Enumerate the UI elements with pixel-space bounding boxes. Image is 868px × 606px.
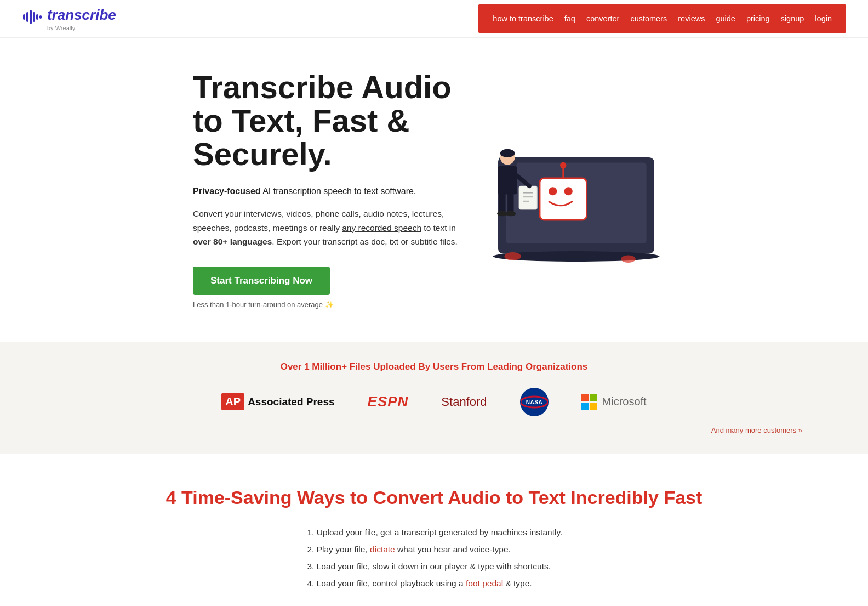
svg-rect-22 <box>499 193 505 214</box>
list-item: Play your file, dictate what you hear an… <box>317 541 563 558</box>
svg-rect-3 <box>33 12 35 22</box>
nav-faq[interactable]: faq <box>564 14 575 23</box>
hero-illustration <box>467 105 675 274</box>
dictate-link[interactable]: dictate <box>370 545 395 554</box>
hero-subtitle-bold: Privacy-focused <box>193 186 261 196</box>
hero-subtitle-rest: AI transcription speech to text software… <box>261 186 416 196</box>
way-3-text: Load your file, slow it down in our play… <box>317 562 551 571</box>
microsoft-text: Microsoft <box>602 395 647 408</box>
svg-rect-1 <box>26 12 28 22</box>
site-logo[interactable]: transcribe by Wreally <box>22 7 116 31</box>
way-4-before: Load your file, control playback using a <box>317 579 466 588</box>
svg-point-13 <box>560 162 566 168</box>
start-transcribing-button[interactable]: Start Transcribing Now <box>193 267 330 295</box>
svg-rect-9 <box>540 178 587 220</box>
logos-row: AP Associated Press ESPN Stanford NASA <box>22 388 846 416</box>
hero-desc-end: . Export your transcript as doc, txt or … <box>272 237 458 246</box>
svg-point-11 <box>564 187 573 195</box>
way-4-after: & type. <box>503 579 532 588</box>
nav-guide[interactable]: guide <box>716 14 735 23</box>
hero-section: Transcribe Audio to Text, Fast & Securel… <box>105 38 763 342</box>
svg-point-25 <box>505 211 516 217</box>
way-1-text: Upload your file, get a transcript gener… <box>317 528 563 537</box>
nav-converter[interactable]: converter <box>586 14 619 23</box>
espn-logo: ESPN <box>368 393 409 410</box>
nav-signup[interactable]: signup <box>781 14 804 23</box>
social-proof-title: Over 1 Million+ Files Uploaded By Users … <box>22 361 846 372</box>
nav-reviews[interactable]: reviews <box>678 14 705 23</box>
svg-rect-23 <box>507 193 513 214</box>
logo-by: by Wreally <box>47 25 116 31</box>
ways-list: Upload your file, get a transcript gener… <box>306 524 563 592</box>
nav-login[interactable]: login <box>815 14 832 23</box>
list-item: Load your file, control playback using a… <box>317 575 563 592</box>
svg-rect-0 <box>23 14 25 20</box>
hero-desc-link[interactable]: any recorded speech <box>342 223 421 233</box>
logo-name: transcribe <box>47 7 116 24</box>
hero-desc-after: to text in <box>421 223 456 233</box>
svg-rect-14 <box>519 186 537 209</box>
nav-customers[interactable]: customers <box>630 14 667 23</box>
hero-subtitle: Privacy-focused AI transcription speech … <box>193 184 467 199</box>
nav-pricing[interactable]: pricing <box>746 14 770 23</box>
microsoft-logo: Microsoft <box>581 394 647 410</box>
microsoft-grid-icon <box>581 394 597 410</box>
svg-point-27 <box>504 252 521 260</box>
social-proof-section: Over 1 Million+ Files Uploaded By Users … <box>0 342 868 454</box>
hero-desc-bold: over 80+ languages <box>193 237 272 246</box>
svg-rect-4 <box>36 14 38 20</box>
foot-pedal-link[interactable]: foot pedal <box>466 579 503 588</box>
way-2-before: Play your file, <box>317 545 370 554</box>
nav-how-to-transcribe[interactable]: how to transcribe <box>493 14 553 23</box>
associated-press-logo: AP Associated Press <box>221 393 334 410</box>
svg-point-10 <box>549 187 557 195</box>
svg-rect-2 <box>30 10 32 24</box>
hero-description: Convert your interviews, videos, phone c… <box>193 207 467 249</box>
hero-title: Transcribe Audio to Text, Fast & Securel… <box>193 71 467 171</box>
logo-waveform-icon <box>22 7 43 31</box>
ways-section: 4 Time-Saving Ways to Convert Audio to T… <box>0 454 868 606</box>
way-2-after: what you hear and voice-type. <box>395 545 511 554</box>
list-item: Upload your file, get a transcript gener… <box>317 524 563 541</box>
hero-content: Transcribe Audio to Text, Fast & Securel… <box>193 71 467 309</box>
list-item: Load your file, slow it down in our play… <box>317 558 563 575</box>
svg-rect-21 <box>498 166 517 194</box>
nasa-logo: NASA <box>520 388 549 416</box>
ap-text: Associated Press <box>248 396 334 408</box>
ways-title: 4 Time-Saving Ways to Convert Audio to T… <box>88 487 780 508</box>
more-customers-link[interactable]: And many more customers » <box>22 426 846 434</box>
ap-badge: AP <box>221 393 244 410</box>
svg-point-28 <box>621 256 636 263</box>
svg-point-20 <box>500 149 515 157</box>
svg-rect-5 <box>39 15 42 19</box>
stanford-logo: Stanford <box>441 395 487 409</box>
cta-subtitle: Less than 1-hour turn-around on average … <box>193 301 467 309</box>
svg-text:NASA: NASA <box>526 399 542 405</box>
